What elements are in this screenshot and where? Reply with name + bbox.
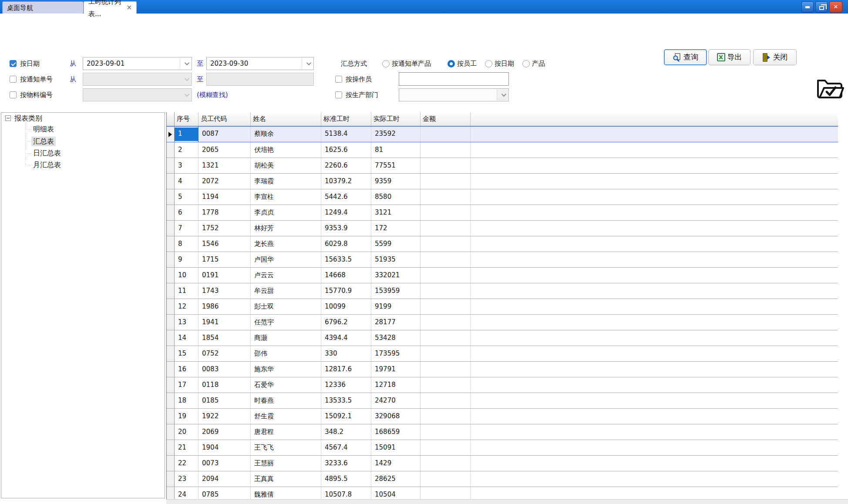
table-cell[interactable]: 舒生霞 (251, 409, 321, 424)
table-cell[interactable]: 9359 (371, 174, 421, 189)
table-cell[interactable]: 20 (175, 424, 199, 440)
table-cell[interactable]: 12336 (321, 377, 371, 393)
table-cell[interactable]: 19 (175, 409, 199, 424)
table-cell[interactable]: 1715 (199, 252, 251, 267)
table-cell[interactable]: 9199 (371, 299, 421, 314)
table-cell[interactable] (421, 252, 471, 267)
table-row[interactable]: 211904王飞飞4567.415091 (167, 440, 838, 456)
table-cell[interactable]: 348.2 (321, 424, 371, 440)
table-cell[interactable]: 24 (175, 487, 199, 499)
table-cell[interactable]: 2260.6 (321, 158, 371, 173)
table-row[interactable]: 170118石爱华1233612718 (167, 377, 838, 393)
table-cell[interactable] (421, 158, 471, 173)
table-row[interactable]: 232094王真真4895.528625 (167, 471, 838, 487)
table-cell[interactable]: 14668 (321, 268, 371, 283)
table-cell[interactable]: 8580 (371, 189, 421, 205)
table-cell[interactable]: 1321 (199, 158, 251, 173)
table-cell[interactable]: 1625.6 (321, 142, 371, 158)
table-cell[interactable]: 10099 (321, 299, 371, 314)
tree-item-detail[interactable]: 明细表 (31, 124, 56, 134)
column-header[interactable]: 标准工时 (321, 112, 371, 126)
table-cell[interactable]: 330 (321, 346, 371, 361)
table-cell[interactable]: 4895.5 (321, 471, 371, 487)
table-cell[interactable]: 时春燕 (251, 393, 321, 408)
table-cell[interactable] (421, 393, 471, 408)
tree-item-daily-summary[interactable]: 日汇总表 (31, 148, 63, 158)
table-cell[interactable]: 77551 (371, 158, 421, 173)
table-row[interactable]: 91715卢国华15633.551935 (167, 252, 838, 268)
table-cell[interactable]: 22 (175, 456, 199, 471)
table-row[interactable]: 61778李贞贞1249.43121 (167, 205, 838, 221)
table-cell[interactable]: 0087 (199, 127, 251, 142)
table-cell[interactable]: 5442.6 (321, 189, 371, 205)
table-cell[interactable]: 伏培艳 (251, 142, 321, 158)
table-cell[interactable]: 唐君程 (251, 424, 321, 440)
table-cell[interactable]: 1941 (199, 315, 251, 330)
table-cell[interactable]: 6 (175, 205, 199, 220)
table-cell[interactable]: 8 (175, 236, 199, 252)
tree-collapse-toggle[interactable]: − (5, 115, 11, 121)
table-row[interactable]: 22065伏培艳1625.681 (167, 142, 838, 158)
tab-close-icon[interactable]: × (126, 4, 132, 11)
table-cell[interactable]: 1743 (199, 283, 251, 299)
by-operator-checkbox[interactable] (335, 76, 342, 83)
table-cell[interactable]: 2072 (199, 174, 251, 189)
table-cell[interactable]: 173595 (371, 346, 421, 361)
table-cell[interactable]: 329068 (371, 409, 421, 424)
table-cell[interactable]: 0752 (199, 346, 251, 361)
radio-product[interactable] (522, 60, 530, 67)
table-row[interactable]: 160083施东华12817.619791 (167, 362, 838, 377)
table-cell[interactable]: 53428 (371, 330, 421, 346)
table-cell[interactable]: 5599 (371, 236, 421, 252)
table-row[interactable]: 141854商灏4394.453428 (167, 330, 838, 346)
tree-root-label[interactable]: 报表类别 (14, 114, 42, 123)
column-header[interactable]: 序号 (175, 112, 199, 126)
table-cell[interactable] (421, 487, 471, 499)
table-cell[interactable] (421, 205, 471, 220)
window-minimize-button[interactable]: ▬ (801, 1, 814, 13)
table-cell[interactable]: 19791 (371, 362, 421, 377)
table-cell[interactable]: 3233.6 (321, 456, 371, 471)
table-cell[interactable]: 9 (175, 252, 199, 267)
table-cell[interactable]: 10 (175, 268, 199, 283)
table-row[interactable]: 150752邵伟330173595 (167, 346, 838, 362)
table-cell[interactable]: 2 (175, 142, 199, 158)
operator-input[interactable] (399, 72, 509, 86)
horizontal-scrollbar[interactable] (166, 499, 848, 504)
table-cell[interactable] (421, 346, 471, 361)
table-cell[interactable]: 0118 (199, 377, 251, 393)
table-cell[interactable]: 153959 (371, 283, 421, 299)
table-cell[interactable]: 28625 (371, 471, 421, 487)
table-cell[interactable]: 2069 (199, 424, 251, 440)
tree-item-monthly-summary[interactable]: 月汇总表 (31, 160, 63, 170)
department-combo[interactable] (399, 88, 509, 101)
table-cell[interactable]: 李宣柱 (251, 189, 321, 205)
table-cell[interactable]: 16 (175, 362, 199, 377)
table-cell[interactable]: 4 (175, 174, 199, 189)
date-to-combo[interactable]: 2023-09-30 (206, 57, 314, 70)
table-row[interactable]: 240785魏雅倩10507.810504 (167, 487, 838, 499)
by-notice-checkbox[interactable] (10, 76, 17, 83)
table-cell[interactable] (421, 409, 471, 424)
table-cell[interactable]: 15633.5 (321, 252, 371, 267)
table-cell[interactable] (421, 471, 471, 487)
radio-by-notice-product[interactable] (382, 60, 390, 67)
table-cell[interactable]: 卢国华 (251, 252, 321, 267)
table-cell[interactable]: 3121 (371, 205, 421, 220)
query-button[interactable]: 查询 (664, 49, 707, 65)
radio-by-employee[interactable] (448, 60, 455, 67)
table-cell[interactable]: 168659 (371, 424, 421, 440)
table-cell[interactable]: 332021 (371, 268, 421, 283)
table-cell[interactable]: 0083 (199, 362, 251, 377)
table-cell[interactable]: 15092.1 (321, 409, 371, 424)
table-cell[interactable]: 1 (175, 127, 199, 142)
table-cell[interactable]: 卢云云 (251, 268, 321, 283)
table-cell[interactable]: 10507.8 (321, 487, 371, 499)
table-row[interactable]: 191922舒生霞15092.1329068 (167, 409, 838, 424)
table-cell[interactable]: 6796.2 (321, 315, 371, 330)
table-row[interactable]: 121986彭士双100999199 (167, 299, 838, 315)
table-cell[interactable]: 13533.5 (321, 393, 371, 408)
table-cell[interactable]: 王慧丽 (251, 456, 321, 471)
by-date-checkbox[interactable] (10, 60, 17, 67)
notice-to-combo[interactable] (206, 73, 314, 86)
